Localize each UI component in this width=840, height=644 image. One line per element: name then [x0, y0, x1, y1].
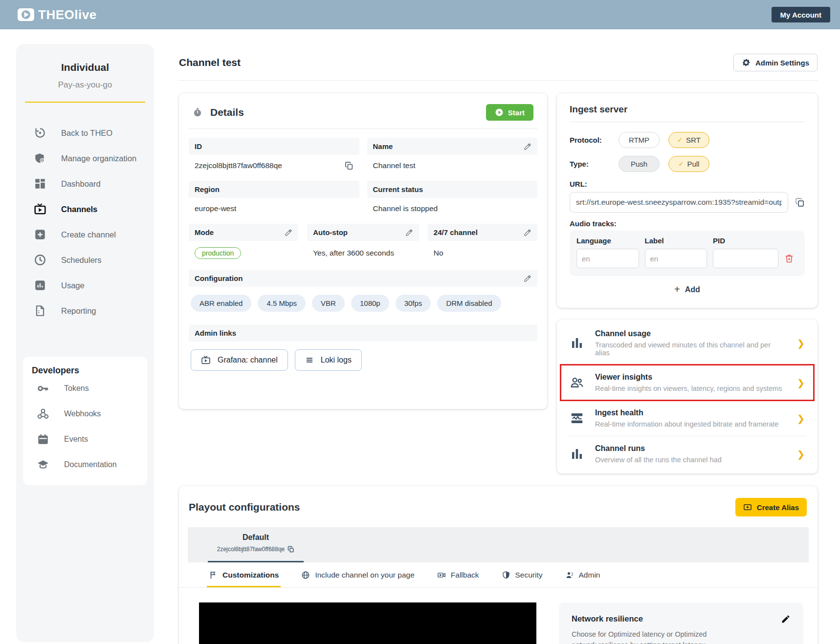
developers-title: Developers — [23, 365, 147, 376]
url-input[interactable] — [570, 192, 788, 213]
sidebar-item-schedulers[interactable]: Schedulers — [16, 247, 154, 273]
tab-admin[interactable]: Admin — [565, 562, 600, 587]
tab-security[interactable]: Security — [502, 562, 543, 587]
playout-tabs: Customizations Include channel on your p… — [179, 562, 818, 588]
network-resilience-description: Choose for Optimized latency or Optimize… — [572, 629, 733, 644]
grafana-channel-label: Grafana: channel — [218, 356, 278, 365]
type-push-option[interactable]: Push — [619, 156, 660, 172]
gear-icon — [742, 58, 751, 67]
sidebar-item-documentation[interactable]: Documentation — [23, 452, 147, 477]
sidebar-item-label: Schedulers — [61, 256, 102, 265]
plus-square-icon — [34, 228, 46, 241]
sidebar-item-create-channel[interactable]: Create channel — [16, 222, 154, 247]
edit-configuration-icon[interactable] — [524, 275, 531, 282]
edit-name-icon[interactable] — [524, 143, 531, 150]
brand: THEOlive — [18, 7, 97, 22]
loki-logs-button[interactable]: Loki logs — [295, 349, 362, 371]
pid-input[interactable] — [713, 249, 778, 268]
person-gear-icon — [565, 571, 574, 580]
sidebar-item-reporting[interactable]: Reporting — [16, 298, 154, 323]
tv-icon — [201, 355, 211, 365]
copy-id-icon[interactable] — [345, 161, 354, 170]
ingest-health-link[interactable]: Ingest health Real-time information abou… — [568, 401, 807, 436]
name-value: Channel test — [367, 155, 538, 181]
clock-icon — [34, 254, 46, 266]
sidebar-item-dashboard[interactable]: Dashboard — [16, 171, 154, 196]
theolive-logo-icon — [18, 8, 34, 21]
my-account-button[interactable]: My Account — [772, 7, 830, 22]
tv-icon — [34, 203, 46, 215]
sidebar-item-manage-organization[interactable]: Manage organization — [16, 146, 154, 171]
type-pull-option[interactable]: ✓Pull — [668, 156, 709, 172]
add-track-label: Add — [685, 285, 700, 294]
channel-runs-link[interactable]: Channel runs Overview of all the runs th… — [568, 436, 807, 472]
alias-tab-id: 2zejcol8bjtt87faw0ff688qe — [217, 546, 285, 553]
alias-tab-default[interactable]: Default 2zejcol8bjtt87faw0ff688qe — [208, 527, 304, 562]
plus-icon: + — [674, 284, 680, 295]
edit-network-resilience-icon[interactable] — [781, 614, 791, 624]
create-alias-button[interactable]: Create Alias — [735, 498, 807, 516]
right-column: Ingest server Protocol: RTMP ✓SRT Type: … — [557, 93, 818, 473]
copy-url-icon[interactable] — [795, 197, 805, 207]
label-input[interactable] — [645, 249, 707, 268]
tab-label: Include channel on your page — [315, 571, 414, 580]
sidebar-item-label: Create channel — [61, 230, 116, 239]
delete-track-icon[interactable] — [784, 254, 794, 263]
add-track-button[interactable]: + Add — [570, 284, 805, 295]
configuration-label: Configuration — [189, 270, 537, 287]
tab-label: Fallback — [451, 571, 479, 580]
region-value: europe-west — [189, 198, 359, 224]
channel247-label: 24/7 channel — [428, 224, 537, 241]
pid-column-header: PID — [713, 236, 778, 245]
config-chip: 30fps — [396, 295, 431, 312]
tab-fallback[interactable]: Fallback — [437, 562, 479, 587]
bar-chart-icon — [570, 447, 584, 461]
sidebar-item-webhooks[interactable]: Webhooks — [23, 401, 147, 427]
globe-icon — [301, 571, 310, 580]
sidebar: Individual Pay-as-you-go Back to THEO Ma… — [16, 44, 154, 642]
channel247-value: No — [428, 241, 537, 270]
video-player[interactable]: The live stream hasn't started yet — [199, 602, 536, 644]
status-value: Channel is stopped — [367, 198, 538, 224]
admin-settings-button[interactable]: Admin Settings — [733, 54, 818, 71]
tab-label: Security — [515, 571, 543, 580]
details-card: Details Start ID Name 2zejcol8bjtt87faw0… — [179, 93, 547, 409]
chevron-right-icon: ❯ — [797, 449, 805, 460]
edit-mode-icon[interactable] — [285, 229, 292, 236]
loki-logs-label: Loki logs — [321, 356, 352, 365]
developers-card: Developers Tokens Webhooks Events Docume… — [23, 357, 147, 485]
edit-autostop-icon[interactable] — [405, 229, 413, 236]
stopwatch-icon — [193, 107, 202, 117]
protocol-srt-option[interactable]: ✓SRT — [668, 132, 709, 148]
copy-alias-id-icon[interactable] — [287, 546, 294, 553]
admin-settings-label: Admin Settings — [755, 59, 809, 67]
language-input[interactable] — [576, 249, 639, 268]
history-icon — [34, 127, 46, 139]
sidebar-item-label: Channels — [61, 205, 97, 214]
channel-usage-link[interactable]: Channel usage Transcoded and viewed minu… — [568, 322, 807, 365]
alias-tab-name: Default — [208, 533, 304, 542]
id-value-row: 2zejcol8bjtt87faw0ff688qe — [189, 155, 359, 181]
shield-icon — [502, 571, 510, 580]
protocol-rtmp-option[interactable]: RTMP — [619, 132, 660, 148]
sidebar-item-tokens[interactable]: Tokens — [23, 376, 147, 401]
language-column-header: Language — [576, 236, 639, 245]
create-alias-label: Create Alias — [757, 503, 799, 512]
region-label: Region — [189, 181, 359, 198]
tab-customizations[interactable]: Customizations — [209, 562, 279, 587]
edit-channel247-icon[interactable] — [524, 229, 531, 236]
configuration-chips: ABR enabled 4.5 Mbps VBR 1080p 30fps DRM… — [189, 287, 537, 324]
audio-tracks-label: Audio tracks: — [570, 219, 805, 228]
link-subtitle: Transcoded and viewed minutes of this ch… — [595, 341, 786, 357]
sidebar-item-channels[interactable]: Channels — [16, 196, 154, 222]
name-label: Name — [367, 138, 538, 155]
start-button[interactable]: Start — [486, 104, 533, 121]
grafana-channel-button[interactable]: Grafana: channel — [191, 349, 288, 371]
page-title: Channel test — [179, 57, 241, 68]
sidebar-item-events[interactable]: Events — [23, 427, 147, 452]
sidebar-item-usage[interactable]: Usage — [16, 273, 154, 298]
autostop-value: Yes, after 3600 seconds — [307, 241, 419, 270]
tab-include-channel[interactable]: Include channel on your page — [301, 562, 414, 587]
sidebar-item-back-to-theo[interactable]: Back to THEO — [16, 120, 154, 146]
viewer-insights-link[interactable]: Viewer insights Real-time insights on vi… — [568, 365, 807, 401]
